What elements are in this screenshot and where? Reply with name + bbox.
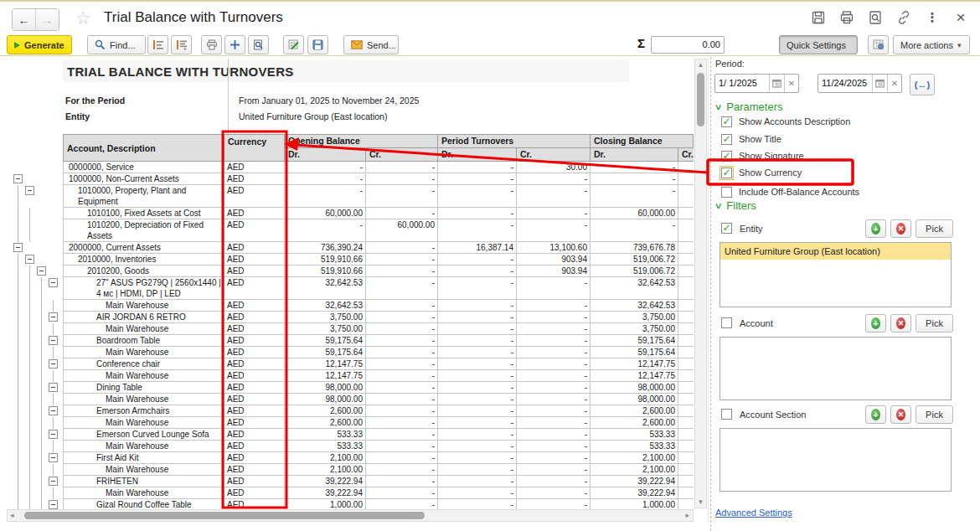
amount-cell[interactable]: 3,750.00: [285, 312, 366, 323]
amount-cell[interactable]: 32,642.53: [591, 300, 678, 312]
amount-cell[interactable]: -: [438, 266, 517, 277]
checkbox[interactable]: ✓: [721, 168, 732, 178]
amount-cell[interactable]: -: [366, 358, 438, 370]
amount-cell[interactable]: -: [285, 185, 366, 208]
table-row[interactable]: Boardroom TableAED59,175.64---59,175.64: [7, 335, 694, 347]
amount-cell-cut[interactable]: [678, 499, 694, 509]
vertical-scrollbar[interactable]: ▲ ▼: [694, 59, 707, 508]
amount-cell-cut[interactable]: [678, 487, 694, 499]
tree-collapse-box[interactable]: [49, 359, 58, 369]
amount-cell[interactable]: 1,000.00: [591, 499, 678, 509]
filter-list-box[interactable]: United Furniture Group (East location): [720, 242, 952, 307]
amount-cell[interactable]: -: [517, 417, 591, 429]
account-cell[interactable]: 1010100, Fixed Assets at Cost: [63, 208, 224, 219]
table-row[interactable]: Main WarehouseAED59,175.64---59,175.64: [7, 347, 694, 358]
amount-cell[interactable]: -: [517, 476, 591, 487]
save-report-button[interactable]: [307, 35, 328, 54]
send-button[interactable]: Send...: [343, 35, 399, 54]
amount-cell[interactable]: 2,600.00: [591, 417, 678, 429]
amount-cell-cut[interactable]: [678, 347, 694, 358]
account-cell[interactable]: Boardroom Table: [63, 335, 224, 347]
clear-date-icon[interactable]: ✕: [784, 75, 798, 92]
scroll-right-icon[interactable]: ▸: [685, 511, 689, 519]
col-account-description[interactable]: Account, Description: [63, 134, 224, 162]
amount-cell[interactable]: 12,147.75: [591, 358, 678, 370]
amount-cell-cut[interactable]: [678, 323, 694, 335]
horizontal-scroll-thumb[interactable]: [24, 512, 425, 519]
amount-cell[interactable]: -: [517, 429, 591, 441]
tree-collapse-box[interactable]: [49, 312, 58, 322]
amount-cell[interactable]: 519,910.66: [285, 254, 366, 266]
tree-collapse-box[interactable]: [37, 266, 46, 276]
pick-button[interactable]: Pick: [916, 314, 953, 333]
account-cell[interactable]: 0000000, Service: [63, 162, 224, 173]
amount-cell[interactable]: -: [366, 382, 438, 394]
table-row[interactable]: 27" ASUS PG279Q | 2560x1440 | 4 мс | HDM…: [7, 277, 694, 300]
amount-cell[interactable]: -: [366, 254, 438, 266]
amount-cell[interactable]: -: [438, 382, 517, 394]
amount-cell[interactable]: -: [285, 173, 366, 185]
opening-balance-header[interactable]: Opening Balance: [285, 134, 438, 148]
amount-cell[interactable]: 98,000.00: [285, 394, 366, 405]
amount-cell[interactable]: -: [366, 441, 438, 452]
amount-cell[interactable]: 519,006.72: [591, 254, 678, 266]
scroll-down-icon[interactable]: ▼: [695, 498, 706, 506]
amount-cell[interactable]: 2,100.00: [285, 452, 366, 464]
col-currency[interactable]: Currency: [224, 134, 285, 162]
amount-cell[interactable]: -: [438, 405, 517, 417]
turnovers-header[interactable]: Period Turnovers: [438, 134, 591, 148]
amount-cell[interactable]: -: [438, 441, 517, 452]
amount-cell[interactable]: -: [517, 358, 591, 370]
account-cell[interactable]: 1010200, Depreciation of Fixed Assets: [63, 219, 224, 242]
amount-cell[interactable]: -: [517, 441, 591, 452]
table-row[interactable]: 2000000, Current AssetsAED736,390.24-16,…: [7, 242, 694, 254]
amount-cell[interactable]: 32,642.53: [591, 277, 678, 300]
amount-cell[interactable]: -: [438, 358, 517, 370]
tree-collapse-box[interactable]: [49, 406, 58, 415]
amount-cell[interactable]: -: [366, 417, 438, 429]
table-row[interactable]: Main WarehouseAED2,100.00---2,100.00: [7, 464, 694, 476]
amount-cell[interactable]: -: [438, 254, 517, 266]
tree-collapse-box[interactable]: [13, 174, 23, 183]
amount-cell[interactable]: -: [517, 277, 591, 300]
amount-cell[interactable]: -: [517, 487, 591, 499]
amount-cell[interactable]: -: [366, 429, 438, 441]
amount-cell-cut[interactable]: [678, 394, 694, 405]
amount-cell[interactable]: 533.33: [591, 441, 678, 452]
table-row[interactable]: Main WarehouseAED2,600.00---2,600.00: [7, 417, 694, 429]
amount-cell-cut[interactable]: [678, 254, 694, 266]
tree-collapse-box[interactable]: [25, 186, 34, 195]
tree-collapse-box[interactable]: [49, 500, 58, 509]
back-button[interactable]: ←: [13, 9, 35, 30]
amount-cell[interactable]: 59,175.64: [285, 335, 366, 347]
amount-cell[interactable]: 2,100.00: [285, 464, 366, 476]
amount-cell[interactable]: -: [517, 382, 591, 394]
favorite-star-icon[interactable]: ☆: [75, 8, 91, 28]
closing-balance-header[interactable]: Closing Balance: [591, 134, 694, 148]
currency-cell[interactable]: AED: [224, 300, 285, 312]
date-from-value[interactable]: 1/ 1/2025: [715, 75, 769, 92]
table-row[interactable]: 1000000, Non-Current AssetsAED-----: [7, 173, 694, 185]
amount-cell[interactable]: -: [366, 394, 438, 405]
link-icon[interactable]: [895, 8, 913, 27]
amount-cell[interactable]: 32,642.53: [285, 277, 366, 300]
amount-cell[interactable]: -: [438, 370, 517, 382]
table-row[interactable]: Emerson ArmchairsAED2,600.00---2,600.00: [7, 405, 694, 417]
amount-cell[interactable]: -: [517, 173, 591, 185]
date-from-field[interactable]: 1/ 1/2025 ✕: [714, 74, 799, 93]
calendar-icon[interactable]: [872, 75, 886, 92]
amount-cell[interactable]: -: [438, 185, 517, 208]
amount-cell-cut[interactable]: [678, 219, 694, 242]
currency-cell[interactable]: AED: [224, 394, 285, 405]
amount-cell[interactable]: 519,910.66: [285, 266, 366, 277]
account-cell[interactable]: Main Warehouse: [63, 417, 224, 429]
currency-cell[interactable]: AED: [224, 499, 285, 509]
turnovers-cr-header[interactable]: Cr.: [517, 148, 591, 162]
horizontal-scrollbar[interactable]: ◂ ▸: [7, 509, 694, 522]
currency-cell[interactable]: AED: [224, 266, 285, 277]
account-cell[interactable]: 2010000, Inventories: [63, 254, 224, 266]
currency-cell[interactable]: AED: [224, 370, 285, 382]
amount-cell-cut[interactable]: [678, 242, 694, 254]
account-cell[interactable]: Main Warehouse: [63, 347, 224, 358]
account-cell[interactable]: Main Warehouse: [63, 370, 224, 382]
